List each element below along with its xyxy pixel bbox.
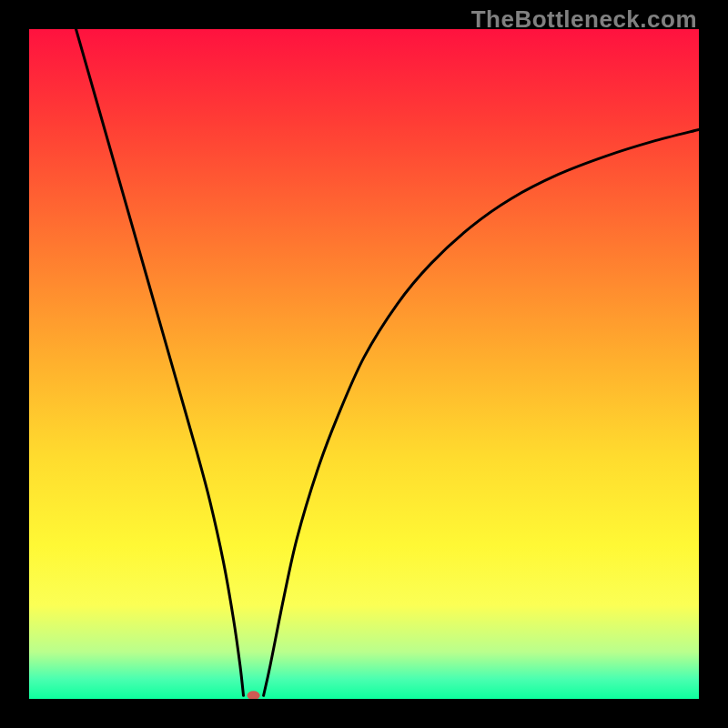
bottleneck-chart	[29, 29, 699, 699]
watermark-text: TheBottleneck.com	[471, 5, 697, 34]
chart-background	[29, 29, 699, 699]
chart-frame: TheBottleneck.com	[0, 0, 728, 728]
